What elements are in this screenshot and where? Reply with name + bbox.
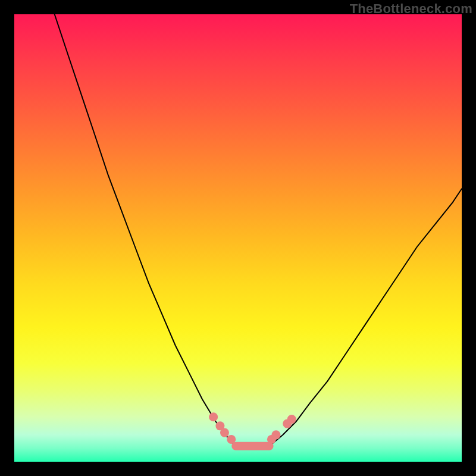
chart-svg [14,14,462,462]
marker-point [271,430,280,439]
chart-frame: TheBottleneck.com [0,0,476,476]
right-curve [270,189,462,446]
marker-point [220,428,229,437]
marker-point [209,412,218,421]
left-curve [55,14,236,446]
highlighted-points [209,412,296,444]
marker-point [227,435,236,444]
marker-point [287,415,296,424]
watermark-text: TheBottleneck.com [350,1,472,17]
chart-plot-area [14,14,462,462]
